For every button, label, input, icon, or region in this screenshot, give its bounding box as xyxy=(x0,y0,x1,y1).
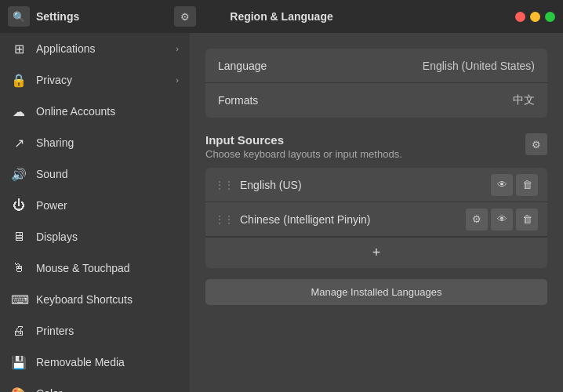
main-container: ⊞ Applications › 🔒 Privacy › ☁ Online Ac… xyxy=(0,33,563,392)
color-icon: 🎨 xyxy=(11,387,27,393)
input-item-actions-chinese: ⚙ 👁 🗑 xyxy=(466,209,538,230)
add-input-button[interactable]: + xyxy=(205,238,547,268)
sidebar-item-keyboard-shortcuts[interactable]: ⌨ Keyboard Shortcuts xyxy=(0,284,190,315)
preview-chinese-button[interactable]: 👁 xyxy=(491,209,513,230)
sound-icon: 🔊 xyxy=(11,167,27,182)
input-sources-title: Input Sources xyxy=(205,133,402,147)
titlebar: 🔍 Settings ⚙ Region & Language xyxy=(0,0,563,33)
displays-icon: 🖥 xyxy=(11,230,27,244)
sidebar-item-displays[interactable]: 🖥 Displays xyxy=(0,221,190,252)
preview-english-button[interactable]: 👁 xyxy=(491,174,513,196)
sidebar-label-applications: Applications xyxy=(36,42,96,55)
input-sources-subtitle: Choose keyboard layouts or input methods… xyxy=(205,148,402,160)
input-sources-list: ⋮⋮ English (US) 👁 🗑 ⋮⋮ Chinese (Intellig… xyxy=(205,168,547,268)
input-sources-header: Input Sources Choose keyboard layouts or… xyxy=(205,133,547,160)
sidebar-label-online-accounts: Online Accounts xyxy=(36,105,115,118)
online-accounts-icon: ☁ xyxy=(11,104,27,119)
sidebar-item-color[interactable]: 🎨 Color xyxy=(0,378,190,392)
sharing-icon: ↗ xyxy=(11,136,27,151)
printers-icon: 🖨 xyxy=(11,324,27,338)
add-input-row: + xyxy=(205,237,547,268)
input-label-chinese: Chinese (Intelligent Pinyin) xyxy=(240,213,459,226)
chevron-icon: › xyxy=(176,75,179,85)
window-maximize-button[interactable] xyxy=(545,12,555,22)
keyboard-icon: ⌨ xyxy=(11,292,27,307)
delete-english-button[interactable]: 🗑 xyxy=(516,174,538,196)
input-sources-gear-button[interactable]: ⚙ xyxy=(525,133,547,155)
sidebar-item-power[interactable]: ⏻ Power xyxy=(0,190,190,221)
input-item-actions-english: 👁 🗑 xyxy=(491,174,538,196)
sidebar-item-sound[interactable]: 🔊 Sound xyxy=(0,158,190,190)
privacy-icon: 🔒 xyxy=(11,73,27,88)
settings-gear-button[interactable]: ⚙ xyxy=(174,6,196,27)
sidebar-item-removable-media[interactable]: 💾 Removable Media xyxy=(0,347,190,378)
sidebar-item-mouse-touchpad[interactable]: 🖱 Mouse & Touchpad xyxy=(0,252,190,284)
settings-title: Settings xyxy=(36,10,79,23)
window-minimize-button[interactable] xyxy=(530,12,540,22)
sidebar-label-color: Color xyxy=(36,387,62,392)
formats-value: 中文 xyxy=(513,93,535,107)
removable-media-icon: 💾 xyxy=(11,355,27,370)
language-value: English (United States) xyxy=(423,60,535,72)
sidebar-label-sharing: Sharing xyxy=(36,136,74,149)
mouse-icon: 🖱 xyxy=(11,261,27,275)
search-button[interactable]: 🔍 xyxy=(8,6,30,27)
manage-installed-languages-button[interactable]: Manage Installed Languages xyxy=(205,279,547,305)
sidebar-label-printers: Printers xyxy=(36,325,74,337)
input-item-chinese: ⋮⋮ Chinese (Intelligent Pinyin) ⚙ 👁 🗑 xyxy=(205,202,547,237)
input-item-english: ⋮⋮ English (US) 👁 🗑 xyxy=(205,168,547,202)
sidebar-item-applications[interactable]: ⊞ Applications › xyxy=(0,33,190,64)
drag-handle-chinese[interactable]: ⋮⋮ xyxy=(215,214,234,225)
chevron-icon: › xyxy=(176,44,179,53)
sidebar-label-displays: Displays xyxy=(36,230,78,243)
power-icon: ⏻ xyxy=(11,198,27,212)
settings-chinese-button[interactable]: ⚙ xyxy=(466,209,488,230)
titlebar-center-title: Region & Language xyxy=(196,10,367,23)
sidebar-item-printers[interactable]: 🖨 Printers xyxy=(0,315,190,347)
window-close-button[interactable] xyxy=(515,12,525,22)
drag-handle-english[interactable]: ⋮⋮ xyxy=(215,180,234,191)
sidebar-label-mouse: Mouse & Touchpad xyxy=(36,262,130,274)
sidebar-label-sound: Sound xyxy=(36,168,67,180)
sidebar-item-privacy[interactable]: 🔒 Privacy › xyxy=(0,64,190,96)
sidebar-label-privacy: Privacy xyxy=(36,74,72,86)
input-label-english: English (US) xyxy=(240,179,485,191)
language-label: Language xyxy=(218,60,423,72)
sidebar: ⊞ Applications › 🔒 Privacy › ☁ Online Ac… xyxy=(0,33,190,392)
titlebar-left: 🔍 Settings ⚙ xyxy=(8,6,196,27)
sidebar-item-sharing[interactable]: ↗ Sharing xyxy=(0,127,190,158)
sidebar-item-online-accounts[interactable]: ☁ Online Accounts xyxy=(0,96,190,127)
sidebar-label-removable-media: Removable Media xyxy=(36,356,125,368)
sidebar-label-keyboard: Keyboard Shortcuts xyxy=(36,293,133,306)
formats-row[interactable]: Formats 中文 xyxy=(205,83,547,118)
language-row[interactable]: Language English (United States) xyxy=(205,49,547,83)
formats-label: Formats xyxy=(218,94,513,107)
input-sources-info: Input Sources Choose keyboard layouts or… xyxy=(205,133,402,160)
content-area: Language English (United States) Formats… xyxy=(190,33,563,392)
language-formats-card: Language English (United States) Formats… xyxy=(205,49,547,118)
applications-icon: ⊞ xyxy=(11,42,27,56)
window-controls xyxy=(367,12,555,22)
sidebar-label-power: Power xyxy=(36,199,67,212)
delete-chinese-button[interactable]: 🗑 xyxy=(516,209,538,230)
